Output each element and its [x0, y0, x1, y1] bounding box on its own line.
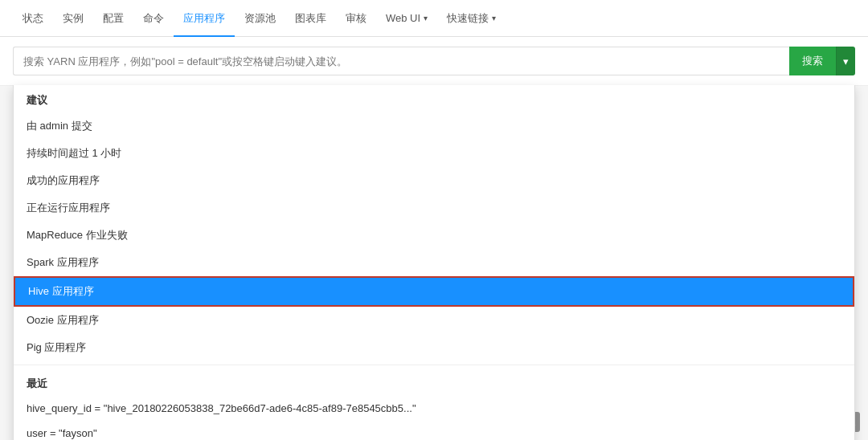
webui-caret-icon: ▾ [424, 14, 428, 22]
search-button[interactable]: 搜索 [789, 47, 836, 75]
nav-command[interactable]: 命令 [133, 0, 174, 37]
suggestion-oozie[interactable]: Oozie 应用程序 [14, 307, 854, 334]
nav-config[interactable]: 配置 [93, 0, 133, 37]
nav-resource-pool[interactable]: 资源池 [235, 0, 285, 37]
suggestion-admin[interactable]: 由 admin 提交 [14, 112, 854, 140]
suggestion-running[interactable]: 正在运行应用程序 [14, 194, 854, 222]
recent-user[interactable]: user = "fayson" [14, 421, 854, 440]
recent-hive-query[interactable]: hive_query_id = "hive_20180226053838_72b… [14, 396, 854, 421]
search-btn-group: 搜索 ▾ [789, 47, 855, 75]
nav-state[interactable]: 状态 [13, 0, 53, 37]
suggestion-mapreduce[interactable]: MapReduce 作业失败 [14, 222, 854, 249]
search-input[interactable] [13, 47, 789, 75]
nav-apps[interactable]: 应用程序 [174, 0, 235, 37]
suggestion-success[interactable]: 成功的应用程序 [14, 167, 854, 194]
nav-quicklinks[interactable]: 快速链接 ▾ [437, 0, 506, 37]
suggestion-pig[interactable]: Pig 应用程序 [14, 334, 854, 361]
top-nav: 状态 实例 配置 命令 应用程序 资源池 图表库 审核 Web UI ▾ 快速链… [0, 0, 868, 37]
recent-title: 最近 [14, 369, 854, 396]
suggestion-duration[interactable]: 持续时间超过 1 小时 [14, 140, 854, 167]
suggestions-dropdown: 建议 由 admin 提交 持续时间超过 1 小时 成功的应用程序 正在运行应用… [13, 85, 855, 440]
search-dropdown-button[interactable]: ▾ [836, 47, 855, 75]
suggestion-spark[interactable]: Spark 应用程序 [14, 249, 854, 276]
nav-webui[interactable]: Web UI ▾ [376, 0, 437, 37]
quicklinks-caret-icon: ▾ [492, 14, 496, 22]
nav-chart[interactable]: 图表库 [285, 0, 336, 37]
dropdown-divider [14, 365, 854, 365]
suggestion-hive[interactable]: Hive 应用程序 [14, 276, 854, 307]
suggestions-title: 建议 [14, 85, 854, 112]
page-wrapper: 状态 实例 配置 命令 应用程序 资源池 图表库 审核 Web UI ▾ 快速链… [0, 0, 868, 440]
nav-audit[interactable]: 审核 [336, 0, 376, 37]
nav-instance[interactable]: 实例 [53, 0, 93, 37]
search-bar: 搜索 ▾ 建议 由 admin 提交 持续时间超过 1 小时 成功的应用程序 正… [0, 37, 868, 86]
